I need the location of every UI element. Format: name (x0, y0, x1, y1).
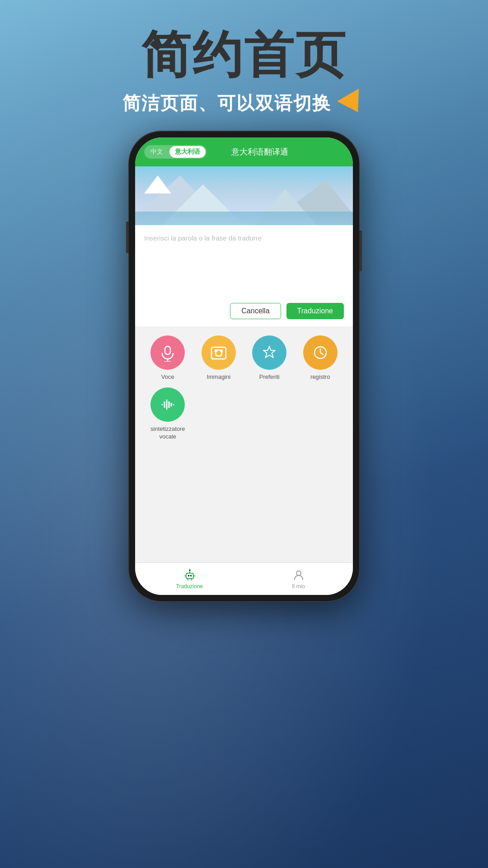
phone-inner: 中文 意大利语 意大利语翻译通 Inserisci la parola o la… (135, 137, 353, 595)
svg-rect-16 (190, 575, 192, 576)
svg-point-6 (221, 350, 222, 352)
app-title: 意大利语翻译通 (212, 146, 344, 157)
subtitle-text: 简洁页面、可以双语切换 (122, 91, 331, 116)
feature-images[interactable]: Immagini (193, 335, 244, 381)
favorites-label: Preferiti (259, 373, 280, 381)
microphone-icon (159, 344, 177, 362)
nav-traduzione[interactable]: Traduzione (135, 563, 244, 595)
translate-button[interactable]: Traduzione (286, 303, 344, 319)
feature-voice[interactable]: Voce (142, 335, 193, 381)
cancel-button[interactable]: Cancella (230, 303, 281, 319)
top-title-section: 简约首页 简洁页面、可以双语切换 (0, 27, 488, 116)
images-label: Immagini (206, 373, 230, 381)
lang-toggle[interactable]: 中文 意大利语 (144, 145, 206, 159)
lang-chinese-btn[interactable]: 中文 (145, 146, 169, 158)
waveform-icon (159, 396, 177, 414)
favorites-icon-circle (252, 335, 286, 370)
feature-history[interactable]: registro (295, 335, 346, 381)
nav-ilmio[interactable]: Il mio (244, 563, 353, 595)
person-icon (292, 569, 305, 581)
app-header: 中文 意大利语 意大利语翻译通 (135, 137, 353, 166)
svg-point-5 (215, 350, 217, 352)
images-icon-circle (202, 335, 236, 370)
svg-rect-0 (165, 346, 170, 354)
scenic-image (135, 166, 353, 225)
tts-label: sintetizzatorevocale (150, 425, 185, 441)
history-label: registro (310, 373, 330, 381)
robot-icon (183, 569, 196, 581)
feature-grid: Voce Immagini (135, 326, 353, 452)
clock-icon (311, 344, 329, 362)
history-icon-circle (303, 335, 338, 370)
phone-mockup: 中文 意大利语 意大利语翻译通 Inserisci la parola o la… (129, 131, 359, 601)
translation-input[interactable]: Inserisci la parola o la frase da tradur… (144, 233, 344, 297)
phone-outer: 中文 意大利语 意大利语翻译通 Inserisci la parola o la… (129, 131, 359, 601)
nav-ilmio-label: Il mio (292, 583, 305, 590)
tts-icon-circle (150, 387, 185, 422)
svg-point-18 (296, 571, 301, 576)
voice-label: Voce (161, 373, 174, 381)
button-row: Cancella Traduzione (144, 303, 344, 319)
subtitle-row: 简洁页面、可以双语切换 (0, 91, 488, 116)
feature-favorites[interactable]: Preferiti (244, 335, 295, 381)
svg-rect-3 (211, 347, 226, 359)
svg-point-17 (189, 569, 190, 571)
camera-face-icon (210, 344, 228, 362)
star-icon (260, 344, 278, 362)
svg-rect-14 (186, 573, 193, 579)
feature-tts[interactable]: sintetizzatorevocale (142, 387, 193, 441)
main-title: 简约首页 (0, 27, 488, 82)
lang-italian-btn[interactable]: 意大利语 (169, 146, 206, 158)
bottom-nav: Traduzione Il mio (135, 562, 353, 595)
translation-card: Inserisci la parola o la frase da tradur… (135, 225, 353, 326)
content-area (135, 452, 353, 562)
svg-rect-15 (188, 575, 189, 576)
arrow-icon (337, 88, 369, 118)
voice-icon-circle (150, 335, 185, 370)
nav-traduzione-label: Traduzione (176, 583, 203, 590)
